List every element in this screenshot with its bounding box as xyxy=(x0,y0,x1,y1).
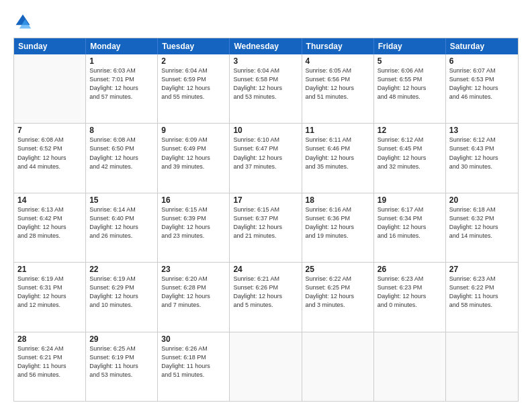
calendar-cell-day-1: 1Sunrise: 6:03 AM Sunset: 7:01 PM Daylig… xyxy=(86,54,158,123)
day-number: 18 xyxy=(306,195,370,205)
calendar-cell-day-18: 18Sunrise: 6:16 AM Sunset: 6:36 PM Dayli… xyxy=(302,193,374,262)
calendar-cell-day-13: 13Sunrise: 6:12 AM Sunset: 6:43 PM Dayli… xyxy=(446,124,518,192)
calendar-cell-day-30: 30Sunrise: 6:26 AM Sunset: 6:18 PM Dayli… xyxy=(158,332,230,401)
day-info: Sunrise: 6:20 AM Sunset: 6:28 PM Dayligh… xyxy=(161,275,226,310)
day-number: 28 xyxy=(17,334,82,344)
calendar-cell-day-2: 2Sunrise: 6:04 AM Sunset: 6:59 PM Daylig… xyxy=(158,54,230,123)
day-number: 29 xyxy=(89,334,154,344)
calendar-cell-empty xyxy=(446,332,518,401)
day-info: Sunrise: 6:08 AM Sunset: 6:50 PM Dayligh… xyxy=(89,136,154,171)
day-info: Sunrise: 6:24 AM Sunset: 6:21 PM Dayligh… xyxy=(17,345,82,379)
day-info: Sunrise: 6:10 AM Sunset: 6:47 PM Dayligh… xyxy=(233,136,298,171)
weekday-header-saturday: Saturday xyxy=(446,38,518,54)
day-info: Sunrise: 6:06 AM Sunset: 6:55 PM Dayligh… xyxy=(378,66,442,101)
day-info: Sunrise: 6:12 AM Sunset: 6:43 PM Dayligh… xyxy=(449,136,515,171)
day-number: 27 xyxy=(449,265,515,274)
day-info: Sunrise: 6:22 AM Sunset: 6:25 PM Dayligh… xyxy=(306,275,370,310)
calendar-cell-empty xyxy=(230,332,302,401)
day-number: 20 xyxy=(449,195,515,205)
header xyxy=(13,12,519,31)
day-number: 4 xyxy=(306,56,370,66)
calendar: SundayMondayTuesdayWednesdayThursdayFrid… xyxy=(13,38,519,402)
day-number: 1 xyxy=(89,56,154,66)
day-number: 13 xyxy=(449,126,515,135)
calendar-cell-day-8: 8Sunrise: 6:08 AM Sunset: 6:50 PM Daylig… xyxy=(86,124,158,192)
day-number: 21 xyxy=(17,265,82,274)
day-info: Sunrise: 6:17 AM Sunset: 6:34 PM Dayligh… xyxy=(378,205,442,240)
weekday-header-wednesday: Wednesday xyxy=(230,38,302,54)
calendar-cell-empty xyxy=(14,54,86,123)
day-number: 8 xyxy=(89,126,154,135)
calendar-cell-day-20: 20Sunrise: 6:18 AM Sunset: 6:32 PM Dayli… xyxy=(446,193,518,262)
calendar-cell-day-6: 6Sunrise: 6:07 AM Sunset: 6:53 PM Daylig… xyxy=(446,54,518,123)
day-number: 15 xyxy=(89,195,154,205)
calendar-cell-day-4: 4Sunrise: 6:05 AM Sunset: 6:56 PM Daylig… xyxy=(302,54,374,123)
day-number: 12 xyxy=(378,126,442,135)
calendar-header: SundayMondayTuesdayWednesdayThursdayFrid… xyxy=(14,38,518,54)
calendar-cell-day-24: 24Sunrise: 6:21 AM Sunset: 6:26 PM Dayli… xyxy=(230,263,302,331)
calendar-cell-day-25: 25Sunrise: 6:22 AM Sunset: 6:25 PM Dayli… xyxy=(302,263,374,331)
calendar-cell-empty xyxy=(302,332,374,401)
day-number: 22 xyxy=(89,265,154,274)
day-info: Sunrise: 6:09 AM Sunset: 6:49 PM Dayligh… xyxy=(161,136,226,171)
page: SundayMondayTuesdayWednesdayThursdayFrid… xyxy=(0,0,532,411)
day-info: Sunrise: 6:03 AM Sunset: 7:01 PM Dayligh… xyxy=(89,66,154,101)
day-info: Sunrise: 6:19 AM Sunset: 6:29 PM Dayligh… xyxy=(89,275,154,310)
weekday-header-tuesday: Tuesday xyxy=(158,38,230,54)
calendar-row-1: 1Sunrise: 6:03 AM Sunset: 7:01 PM Daylig… xyxy=(14,54,518,124)
calendar-cell-day-7: 7Sunrise: 6:08 AM Sunset: 6:52 PM Daylig… xyxy=(14,124,86,192)
calendar-cell-day-5: 5Sunrise: 6:06 AM Sunset: 6:55 PM Daylig… xyxy=(374,54,446,123)
day-number: 6 xyxy=(449,56,515,66)
calendar-cell-day-10: 10Sunrise: 6:10 AM Sunset: 6:47 PM Dayli… xyxy=(230,124,302,192)
calendar-cell-day-28: 28Sunrise: 6:24 AM Sunset: 6:21 PM Dayli… xyxy=(14,332,86,401)
calendar-row-4: 21Sunrise: 6:19 AM Sunset: 6:31 PM Dayli… xyxy=(14,263,518,332)
calendar-cell-day-12: 12Sunrise: 6:12 AM Sunset: 6:45 PM Dayli… xyxy=(374,124,446,192)
day-number: 25 xyxy=(306,265,370,274)
calendar-cell-day-27: 27Sunrise: 6:23 AM Sunset: 6:22 PM Dayli… xyxy=(446,263,518,331)
day-number: 30 xyxy=(161,334,226,344)
day-info: Sunrise: 6:23 AM Sunset: 6:23 PM Dayligh… xyxy=(378,275,442,310)
day-info: Sunrise: 6:14 AM Sunset: 6:40 PM Dayligh… xyxy=(89,205,154,240)
day-number: 19 xyxy=(378,195,442,205)
day-number: 7 xyxy=(17,126,82,135)
calendar-cell-day-17: 17Sunrise: 6:15 AM Sunset: 6:37 PM Dayli… xyxy=(230,193,302,262)
day-info: Sunrise: 6:18 AM Sunset: 6:32 PM Dayligh… xyxy=(449,205,515,240)
day-number: 5 xyxy=(378,56,442,66)
calendar-row-5: 28Sunrise: 6:24 AM Sunset: 6:21 PM Dayli… xyxy=(14,332,518,401)
day-number: 11 xyxy=(306,126,370,135)
day-number: 26 xyxy=(378,265,442,274)
calendar-cell-day-21: 21Sunrise: 6:19 AM Sunset: 6:31 PM Dayli… xyxy=(14,263,86,331)
day-info: Sunrise: 6:08 AM Sunset: 6:52 PM Dayligh… xyxy=(17,136,82,171)
day-number: 16 xyxy=(161,195,226,205)
calendar-cell-day-19: 19Sunrise: 6:17 AM Sunset: 6:34 PM Dayli… xyxy=(374,193,446,262)
calendar-cell-day-26: 26Sunrise: 6:23 AM Sunset: 6:23 PM Dayli… xyxy=(374,263,446,331)
calendar-body: 1Sunrise: 6:03 AM Sunset: 7:01 PM Daylig… xyxy=(14,54,518,401)
day-info: Sunrise: 6:12 AM Sunset: 6:45 PM Dayligh… xyxy=(378,136,442,171)
day-info: Sunrise: 6:04 AM Sunset: 6:58 PM Dayligh… xyxy=(233,66,298,101)
calendar-cell-day-29: 29Sunrise: 6:25 AM Sunset: 6:19 PM Dayli… xyxy=(86,332,158,401)
day-info: Sunrise: 6:13 AM Sunset: 6:42 PM Dayligh… xyxy=(17,205,82,240)
day-info: Sunrise: 6:05 AM Sunset: 6:56 PM Dayligh… xyxy=(306,66,370,101)
logo xyxy=(13,12,35,31)
calendar-cell-day-23: 23Sunrise: 6:20 AM Sunset: 6:28 PM Dayli… xyxy=(158,263,230,331)
day-info: Sunrise: 6:15 AM Sunset: 6:37 PM Dayligh… xyxy=(233,205,298,240)
day-number: 3 xyxy=(233,56,298,66)
day-number: 23 xyxy=(161,265,226,274)
day-info: Sunrise: 6:19 AM Sunset: 6:31 PM Dayligh… xyxy=(17,275,82,310)
calendar-cell-day-14: 14Sunrise: 6:13 AM Sunset: 6:42 PM Dayli… xyxy=(14,193,86,262)
day-info: Sunrise: 6:25 AM Sunset: 6:19 PM Dayligh… xyxy=(89,345,154,379)
calendar-cell-day-11: 11Sunrise: 6:11 AM Sunset: 6:46 PM Dayli… xyxy=(302,124,374,192)
day-info: Sunrise: 6:15 AM Sunset: 6:39 PM Dayligh… xyxy=(161,205,226,240)
calendar-row-3: 14Sunrise: 6:13 AM Sunset: 6:42 PM Dayli… xyxy=(14,193,518,263)
weekday-header-monday: Monday xyxy=(86,38,158,54)
calendar-cell-day-15: 15Sunrise: 6:14 AM Sunset: 6:40 PM Dayli… xyxy=(86,193,158,262)
day-info: Sunrise: 6:07 AM Sunset: 6:53 PM Dayligh… xyxy=(449,66,515,101)
calendar-cell-day-9: 9Sunrise: 6:09 AM Sunset: 6:49 PM Daylig… xyxy=(158,124,230,192)
calendar-row-2: 7Sunrise: 6:08 AM Sunset: 6:52 PM Daylig… xyxy=(14,124,518,193)
calendar-cell-day-16: 16Sunrise: 6:15 AM Sunset: 6:39 PM Dayli… xyxy=(158,193,230,262)
day-number: 24 xyxy=(233,265,298,274)
day-number: 10 xyxy=(233,126,298,135)
day-info: Sunrise: 6:26 AM Sunset: 6:18 PM Dayligh… xyxy=(161,345,226,379)
calendar-cell-day-22: 22Sunrise: 6:19 AM Sunset: 6:29 PM Dayli… xyxy=(86,263,158,331)
day-info: Sunrise: 6:16 AM Sunset: 6:36 PM Dayligh… xyxy=(306,205,370,240)
